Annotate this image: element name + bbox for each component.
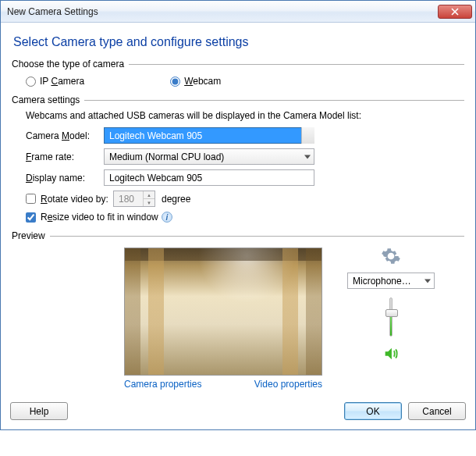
microphone-select[interactable]: Microphone…	[347, 273, 435, 289]
resize-checkbox[interactable]: Resize video to fit in window	[26, 212, 158, 223]
close-button[interactable]	[438, 5, 472, 19]
radio-webcam-label: Webcam	[184, 76, 221, 87]
settings-description: Webcams and attached USB cameras will be…	[26, 110, 464, 121]
preview-controls: Microphone…	[344, 244, 438, 362]
row-camera-model: Camera Model: Logitech Webcam 905	[12, 127, 464, 144]
link-camera-properties[interactable]: Camera properties	[124, 379, 201, 390]
row-frame-rate: Frame rate: Medium (Normal CPU load)	[12, 148, 464, 165]
help-button[interactable]: Help	[10, 402, 68, 420]
group-preview: Preview	[12, 230, 464, 241]
group-camera-settings: Camera settings	[12, 94, 464, 105]
page-title: Select Camera type and configure setting…	[13, 35, 464, 49]
speaker-icon[interactable]	[382, 345, 400, 362]
radio-webcam-input[interactable]	[170, 77, 180, 87]
row-display-name: Display name: Logitech Webcam 905	[12, 169, 464, 186]
rotate-checkbox[interactable]: Rotate video by:	[26, 194, 113, 205]
video-preview-image	[124, 248, 322, 376]
info-icon[interactable]: i	[162, 212, 172, 223]
label-display-name: Display name:	[26, 173, 104, 183]
dialog-content: Select Camera type and configure setting…	[1, 23, 475, 397]
slider-track	[389, 297, 393, 337]
frame-rate-value: Medium (Normal CPU load)	[109, 151, 224, 162]
group-label: Preview	[12, 230, 50, 241]
rotate-degree-stepper[interactable]: 180 ▲ ▼	[113, 191, 155, 207]
link-video-properties[interactable]: Video properties	[254, 379, 322, 390]
chevron-down-icon	[304, 155, 311, 159]
property-links: Camera properties Video properties	[124, 379, 322, 390]
volume-slider[interactable]	[389, 295, 393, 339]
divider	[129, 64, 464, 65]
row-rotate: Rotate video by: 180 ▲ ▼ degree	[12, 191, 464, 207]
slider-thumb[interactable]	[385, 309, 398, 317]
ok-button[interactable]: OK	[344, 402, 402, 420]
cancel-button[interactable]: Cancel	[408, 402, 466, 420]
frame-rate-select[interactable]: Medium (Normal CPU load)	[104, 148, 314, 165]
rotate-checkbox-input[interactable]	[26, 194, 36, 204]
dialog-footer: Help OK Cancel	[1, 397, 475, 429]
window-title: New Camera Settings	[7, 6, 438, 17]
display-name-value: Logitech Webcam 905	[109, 173, 202, 183]
label-camera-model: Camera Model:	[26, 130, 104, 141]
camera-model-value: Logitech Webcam 905	[104, 127, 314, 144]
rotate-label: Rotate video by:	[41, 194, 108, 205]
stepper-down-icon[interactable]: ▼	[144, 199, 155, 206]
group-label: Choose the type of camera	[12, 59, 129, 69]
rotate-unit: degree	[162, 194, 190, 205]
row-resize: Resize video to fit in window i	[12, 212, 464, 223]
stepper-up-icon[interactable]: ▲	[144, 191, 155, 199]
radio-webcam[interactable]: Webcam	[170, 76, 221, 87]
rotate-value: 180	[119, 194, 134, 205]
stepper-buttons[interactable]: ▲ ▼	[143, 191, 155, 206]
label-frame-rate: Frame rate:	[26, 151, 104, 162]
divider	[84, 100, 464, 101]
titlebar[interactable]: New Camera Settings	[1, 1, 475, 23]
group-camera-type: Choose the type of camera	[12, 59, 464, 69]
gear-icon[interactable]	[381, 246, 401, 266]
microphone-value: Microphone…	[353, 276, 411, 287]
close-icon	[451, 8, 459, 16]
preview-area: Microphone…	[124, 244, 464, 376]
radio-ip-camera[interactable]: IP Camera	[26, 76, 84, 87]
radio-ip-camera-label: IP Camera	[40, 76, 84, 87]
chevron-down-icon	[424, 279, 431, 283]
dialog-window: New Camera Settings Select Camera type a…	[0, 0, 476, 430]
resize-label: Resize video to fit in window	[41, 212, 158, 223]
radio-ip-camera-input[interactable]	[26, 77, 36, 87]
camera-model-select[interactable]: Logitech Webcam 905	[104, 127, 314, 144]
chevron-down-icon[interactable]	[301, 127, 314, 144]
resize-checkbox-input[interactable]	[26, 212, 36, 223]
camera-type-radios: IP Camera Webcam	[12, 73, 464, 90]
group-label: Camera settings	[12, 94, 84, 105]
divider	[50, 236, 464, 237]
display-name-input[interactable]: Logitech Webcam 905	[104, 169, 314, 186]
